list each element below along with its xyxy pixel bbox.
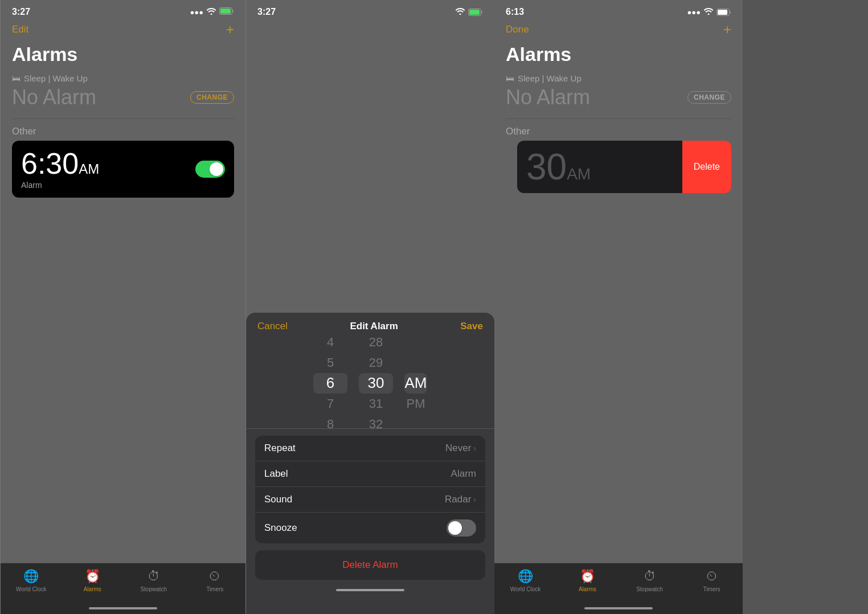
battery-icon-1 xyxy=(219,7,234,17)
home-indicator-1 xyxy=(89,607,157,609)
picker-hour-5: 5 xyxy=(308,353,353,373)
nav-bar-1: Edit + xyxy=(1,21,245,41)
add-alarm-button-1[interactable]: + xyxy=(226,23,234,36)
wifi-icon-1 xyxy=(207,8,216,17)
modal-header: Cancel Edit Alarm Save xyxy=(246,313,494,338)
setting-label[interactable]: Label Alarm xyxy=(255,461,485,487)
no-alarm-text-1: No Alarm xyxy=(12,83,96,112)
world-clock-label-1: World Clock xyxy=(16,586,47,592)
home-indicator-3 xyxy=(584,607,653,609)
picker-hour-7: 7 xyxy=(308,394,353,414)
sleep-label-3: 🛏 Sleep | Wake Up xyxy=(506,73,731,83)
done-button-3[interactable]: Done xyxy=(506,24,529,35)
picker-min-31: 31 xyxy=(353,394,399,414)
sound-label: Sound xyxy=(264,494,292,505)
tab-bar-1: 🌐 World Clock ⏰ Alarms ⏱ Stopwatch ⏲ Tim… xyxy=(1,563,245,614)
label-label: Label xyxy=(264,468,288,480)
status-icons-3: ●●● xyxy=(687,8,731,17)
nav-bar-3: Done + xyxy=(494,21,743,41)
world-clock-label-3: World Clock xyxy=(510,586,541,592)
alarms-label-1: Alarms xyxy=(84,586,101,592)
other-section-3: Other 30AM Delete xyxy=(494,119,743,193)
picker-hours[interactable]: 4 5 6 7 8 xyxy=(308,338,353,429)
status-time-3: 6:13 xyxy=(506,7,524,17)
tab-alarms-3[interactable]: ⏰ Alarms xyxy=(556,569,619,592)
picker-ampm-spacer xyxy=(399,338,433,353)
other-section-1: Other 6:30AM Alarm xyxy=(1,119,245,198)
picker-min-29: 29 xyxy=(353,353,399,373)
repeat-label: Repeat xyxy=(264,443,296,454)
alarm-time-container-1: 6:30AM Alarm xyxy=(21,149,99,190)
alarms-icon-1: ⏰ xyxy=(85,569,100,584)
page-title-1: Alarms xyxy=(1,41,245,69)
picker-columns: 4 5 6 7 8 28 29 30 31 32 xyxy=(308,338,433,429)
timers-label-1: Timers xyxy=(206,586,223,592)
tab-timers-1[interactable]: ⏲ Timers xyxy=(185,569,246,592)
alarm-card-swipe[interactable]: 30AM xyxy=(517,141,682,193)
stopwatch-icon-3: ⏱ xyxy=(644,569,656,584)
sleep-row-3: No Alarm CHANGE xyxy=(506,83,731,114)
add-alarm-button-3[interactable]: + xyxy=(723,23,731,36)
screen1: 3:27 ●●● Edit + Alarms 🛏 Sleep | xyxy=(0,0,246,614)
picker-pm: PM xyxy=(399,394,433,414)
stopwatch-icon-1: ⏱ xyxy=(148,569,160,584)
change-button-3[interactable]: CHANGE xyxy=(687,91,731,104)
snooze-toggle[interactable] xyxy=(447,519,476,537)
svg-rect-1 xyxy=(220,9,231,14)
status-bar-3: 6:13 ●●● xyxy=(494,0,743,21)
picker-highlight-min xyxy=(359,373,393,394)
sound-value: Radar › xyxy=(445,494,476,505)
label-value: Alarm xyxy=(451,468,476,480)
sleep-section-1: 🛏 Sleep | Wake Up No Alarm CHANGE xyxy=(1,69,245,118)
setting-sound[interactable]: Sound Radar › xyxy=(255,487,485,513)
timers-label-3: Timers xyxy=(703,586,720,592)
alarm-name-1: Alarm xyxy=(21,181,99,190)
delete-alarm-button[interactable]: Delete Alarm xyxy=(255,550,485,580)
status-bar-1: 3:27 ●●● xyxy=(1,0,245,21)
modal-save-button[interactable]: Save xyxy=(460,321,483,332)
time-picker[interactable]: 4 5 6 7 8 28 29 30 31 32 xyxy=(246,338,494,429)
world-clock-icon-1: 🌐 xyxy=(23,569,39,584)
timers-icon-1: ⏲ xyxy=(208,569,221,584)
status-time-2: 3:27 xyxy=(257,7,276,17)
setting-repeat[interactable]: Repeat Never › xyxy=(255,436,485,461)
setting-snooze[interactable]: Snooze xyxy=(255,513,485,543)
status-time-1: 3:27 xyxy=(12,7,30,17)
repeat-value: Never › xyxy=(445,443,476,454)
timers-icon-3: ⏲ xyxy=(706,569,718,584)
signal-icon-1: ●●● xyxy=(190,8,203,17)
delete-button-3[interactable]: Delete xyxy=(682,141,731,193)
page-title-3: Alarms xyxy=(494,41,743,69)
edit-button-1[interactable]: Edit xyxy=(12,24,28,35)
tab-alarms-1[interactable]: ⏰ Alarms xyxy=(62,569,124,592)
other-label-3: Other xyxy=(506,126,731,137)
change-button-1[interactable]: CHANGE xyxy=(190,91,234,104)
bed-icon-1: 🛏 xyxy=(12,73,21,83)
no-alarm-text-3: No Alarm xyxy=(506,83,590,112)
tab-timers-3[interactable]: ⏲ Timers xyxy=(681,569,743,592)
picker-min-28: 28 xyxy=(353,338,399,353)
picker-ampm-end xyxy=(399,414,433,429)
modal-cancel-button[interactable]: Cancel xyxy=(257,321,288,332)
alarm-card-1[interactable]: 6:30AM Alarm xyxy=(12,141,234,198)
snooze-label: Snooze xyxy=(264,522,297,534)
picker-minutes[interactable]: 28 29 30 31 32 xyxy=(353,338,399,429)
tab-stopwatch-1[interactable]: ⏱ Stopwatch xyxy=(123,569,185,592)
tab-stopwatch-3[interactable]: ⏱ Stopwatch xyxy=(619,569,681,592)
picker-min-32: 32 xyxy=(353,414,399,429)
tab-world-clock-1[interactable]: 🌐 World Clock xyxy=(1,569,62,592)
tab-bar-3: 🌐 World Clock ⏰ Alarms ⏱ Stopwatch ⏲ Tim… xyxy=(494,563,743,614)
wifi-icon-2 xyxy=(456,7,465,17)
sleep-section-3: 🛏 Sleep | Wake Up No Alarm CHANGE xyxy=(494,69,743,118)
world-clock-icon-3: 🌐 xyxy=(518,569,533,584)
tab-world-clock-3[interactable]: 🌐 World Clock xyxy=(494,569,556,592)
status-icons-1: ●●● xyxy=(190,7,234,17)
alarm-toggle-1[interactable] xyxy=(195,161,225,178)
stopwatch-label-3: Stopwatch xyxy=(636,586,663,592)
alarm-time-large-3: 30AM xyxy=(526,149,591,185)
stopwatch-label-1: Stopwatch xyxy=(140,586,167,592)
modal-title: Edit Alarm xyxy=(350,321,398,332)
edit-alarm-modal: Cancel Edit Alarm Save 4 5 6 7 8 28 29 xyxy=(246,313,494,614)
picker-highlight-hour xyxy=(313,373,347,394)
picker-ampm[interactable]: AM PM xyxy=(399,338,433,429)
